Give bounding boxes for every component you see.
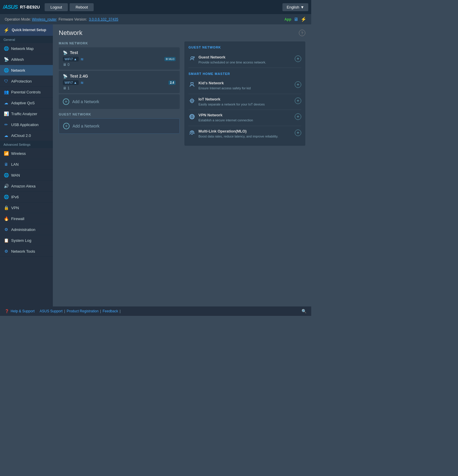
sidebar-item-aiprotection[interactable]: 🛡 AiProtection [0, 76, 53, 87]
vpn-network-desc: Establish a secure internet connection [198, 118, 253, 123]
add-vpn-network-button[interactable]: + [295, 113, 301, 120]
add-iot-network-button[interactable]: + [295, 98, 301, 104]
page-title: Network [59, 29, 82, 37]
sidebar-item-label: AiMesh [11, 57, 24, 62]
quick-setup-label: Quick Internet Setup [12, 28, 46, 33]
aiprotection-icon: 🛡 [4, 79, 9, 83]
sidebar-item-label: Wireless [11, 151, 26, 156]
top-bar: /ASUS RT-BE92U Logout Reboot English ▼ [0, 0, 311, 14]
sidebar-item-label: Adaptive QoS [11, 101, 35, 105]
model-name: RT-BE92U [20, 5, 40, 9]
product-registration-link[interactable]: Product Registration [67, 309, 99, 313]
vpn-network-item[interactable]: VPN Network Establish a secure internet … [188, 110, 301, 126]
iot-network-item[interactable]: IoT Network Easily separate a network fo… [188, 94, 301, 110]
svg-rect-3 [191, 99, 193, 102]
help-icon[interactable]: ? [299, 30, 305, 36]
sidebar-item-aicloud[interactable]: ☁ AiCloud 2.0 [0, 130, 53, 141]
device-count: 🖥 1 [63, 86, 176, 90]
vpn-network-icon [188, 113, 196, 121]
sidebar-item-traffic-analyzer[interactable]: 📊 Traffic Analyzer [0, 108, 53, 119]
sidebar-item-ipv6[interactable]: 🌐 IPv6 [0, 192, 53, 202]
sidebar-item-network[interactable]: 🌐 Network [0, 65, 53, 76]
search-icon[interactable]: 🔍 [302, 309, 307, 314]
network-grid: MAIN NETWORK 📡 Test WiFi7 ▲ [59, 41, 305, 146]
sidebar-item-lan[interactable]: 🖥 LAN [0, 159, 53, 170]
help-support-link[interactable]: Help & Support [11, 309, 34, 313]
network-map-icon: 🌐 [4, 46, 9, 51]
page-header: Network ? [59, 29, 305, 37]
guest-network-label: GUEST NETWORK [59, 113, 180, 116]
add-main-network-button[interactable]: + Add a Network [59, 94, 180, 109]
sidebar-item-aimesh[interactable]: 📡 AiMesh [0, 54, 53, 65]
right-item-content: Kid's Network Ensure Internet access saf… [188, 81, 251, 90]
firmware-label: Firmware Version: [58, 17, 88, 21]
guest-network-item[interactable]: Guest Network Provide scheduled or one t… [188, 52, 301, 68]
sidebar-item-network-tools[interactable]: ⚙ Network Tools [0, 246, 53, 257]
sidebar-item-wan[interactable]: 🌐 WAN [0, 170, 53, 181]
device-icon: 🖥 [63, 86, 66, 90]
kids-network-title: Kid's Network [198, 81, 251, 85]
footer-search: 🔍 [302, 309, 307, 314]
feedback-link[interactable]: Feedback [102, 309, 118, 313]
reboot-button[interactable]: Reboot [70, 3, 94, 11]
sidebar-item-parental-controls[interactable]: 👥 Parental Controls [0, 87, 53, 98]
asus-support-link[interactable]: ASUS Support [40, 309, 63, 313]
firewall-icon: 🔥 [4, 216, 9, 221]
network-card-header: 📡 Test [63, 50, 176, 55]
language-label: English [287, 5, 299, 9]
quick-internet-setup[interactable]: ⚡ Quick Internet Setup [0, 24, 53, 36]
sidebar-item-firewall[interactable]: 🔥 Firewall [0, 213, 53, 224]
sidebar-item-usb-application[interactable]: ✏ USB Application [0, 119, 53, 130]
sidebar-item-amazon-alexa[interactable]: 🔊 Amazon Alexa [0, 181, 53, 192]
network-card-test[interactable]: 📡 Test WiFi7 ▲ ≋ [59, 47, 180, 70]
network-card-row: WiFi7 ▲ ≋ 2.4 [63, 80, 176, 85]
smart-home-label: SMART HOME MASTER [188, 72, 301, 76]
iot-network-title: IoT Network [198, 97, 265, 101]
parental-controls-icon: 👥 [4, 90, 9, 94]
sidebar-item-label: Administration [11, 227, 35, 232]
wifi-signal-icon: ≋ [80, 57, 84, 61]
mlo-network-item[interactable]: Multi-Link Operation(MLO) Boost data rat… [188, 126, 301, 142]
footer-links: ❓ Help & Support ASUS Support | Product … [5, 309, 121, 313]
wifi-badges: WiFi7 ▲ ≋ [63, 80, 84, 85]
mlo-badge: ⚙ MLO [164, 57, 176, 61]
kids-network-item[interactable]: Kid's Network Ensure Internet access saf… [188, 78, 301, 94]
svg-point-2 [191, 83, 193, 85]
iot-network-desc: Easily separate a network for your IoT d… [198, 102, 265, 107]
usb-icon[interactable]: ⚡ [301, 16, 307, 22]
wifi-label: WiFi7 [65, 57, 73, 61]
device-count: 🖥 0 [63, 63, 176, 67]
firmware-version-link[interactable]: 3.0.0.6.102_37435 [89, 17, 118, 21]
administration-icon: ⚙ [4, 227, 9, 232]
language-button[interactable]: English ▼ [282, 3, 308, 11]
add-guest-network-button[interactable]: + Add a Network [59, 118, 180, 134]
main-network-label: MAIN NETWORK [59, 41, 180, 45]
sidebar-item-label: LAN [11, 162, 18, 167]
kids-network-icon [188, 81, 196, 89]
sidebar-item-administration[interactable]: ⚙ Administration [0, 224, 53, 235]
network-name: Test [70, 50, 78, 55]
sidebar-item-network-map[interactable]: 🌐 Network Map [0, 43, 53, 54]
add-kids-network-button[interactable]: + [295, 81, 301, 88]
sidebar-item-adaptive-qos[interactable]: ☁ Adaptive QoS [0, 98, 53, 108]
svg-point-10 [192, 132, 193, 133]
network-card-test-24g[interactable]: 📡 Test 2.4G WiFi7 ▲ ≋ [59, 71, 180, 93]
iot-network-icon [188, 98, 196, 105]
wireless-router-link[interactable]: Wireless_router [32, 17, 57, 21]
sidebar-item-wireless[interactable]: 📶 Wireless [0, 148, 53, 159]
general-section-title: General [0, 36, 53, 43]
sidebar-item-system-log[interactable]: 📋 System Log [0, 235, 53, 246]
add-guest-network-right-button[interactable]: + [295, 56, 301, 62]
right-item-text: VPN Network Establish a secure internet … [198, 113, 253, 123]
sidebar-item-vpn[interactable]: 🔒 VPN [0, 202, 53, 213]
right-item-text: Kid's Network Ensure Internet access saf… [198, 81, 251, 90]
svg-point-4 [191, 100, 193, 101]
advanced-section-title: Advanced Settings [0, 141, 53, 148]
add-mlo-network-button[interactable]: + [295, 130, 301, 136]
monitor-icon[interactable]: 🖥 [294, 17, 298, 22]
network-card-header: 📡 Test 2.4G [63, 74, 176, 78]
logout-button[interactable]: Logout [45, 3, 68, 11]
aimesh-icon: 📡 [4, 57, 9, 62]
device-number: 0 [68, 63, 70, 67]
sidebar-item-label: Network [11, 68, 25, 73]
